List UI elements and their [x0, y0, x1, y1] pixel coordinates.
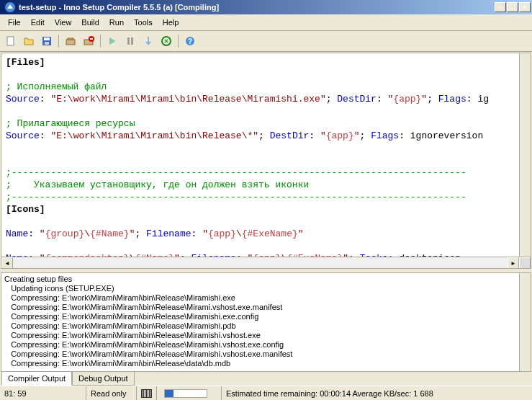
titlebar: test-setup - Inno Setup Compiler 5.5.5 (…: [0, 0, 532, 14]
tab-compiler-output[interactable]: Compiler Output: [1, 372, 72, 386]
tab-debug-output[interactable]: Debug Output: [72, 372, 135, 386]
svg-rect-9: [90, 38, 93, 40]
svg-rect-6: [68, 38, 73, 40]
scroll-corner: [519, 257, 531, 269]
menubar: File Edit View Build Run Tools Help: [0, 14, 532, 31]
new-button[interactable]: [3, 33, 19, 49]
toolbar-separator: [58, 35, 59, 48]
scroll-right-icon[interactable]: ►: [508, 257, 519, 269]
pause-button: [122, 33, 138, 49]
toolbar: ?: [0, 31, 532, 52]
status-keyboard-icon: [137, 386, 157, 400]
editor-content[interactable]: [Files] ; Исполняемый файл Source: "E:\w…: [1, 53, 531, 257]
stop-compile-button[interactable]: [81, 33, 96, 49]
status-time: Estimated time remaining: 00:00:14 Avera…: [222, 386, 532, 400]
menu-view[interactable]: View: [50, 16, 77, 29]
maximize-button[interactable]: ☐: [507, 2, 518, 12]
svg-rect-5: [66, 40, 75, 45]
menu-run[interactable]: Run: [104, 16, 129, 29]
svg-rect-11: [131, 37, 133, 45]
terminate-button[interactable]: [158, 33, 174, 49]
statusbar: 81: 59 Read only Estimated time remainin…: [0, 386, 532, 400]
status-progress: [157, 386, 222, 400]
menu-edit[interactable]: Edit: [26, 16, 50, 29]
app-icon: [4, 1, 16, 13]
save-button[interactable]: [39, 33, 55, 49]
output-vscrollbar[interactable]: [519, 273, 531, 371]
step-button: [140, 33, 156, 49]
scroll-left-icon[interactable]: ◄: [1, 257, 13, 269]
titlebar-text: test-setup - Inno Setup Compiler 5.5.5 (…: [19, 3, 495, 12]
status-readonly: Read only: [86, 386, 137, 400]
editor-hscrollbar[interactable]: ◄ ►: [1, 257, 531, 268]
output-tabs: Compiler Output Debug Output: [0, 372, 532, 386]
menu-tools[interactable]: Tools: [129, 16, 158, 29]
svg-rect-3: [44, 37, 50, 40]
toolbar-separator: [178, 35, 179, 48]
svg-text:?: ?: [188, 37, 192, 45]
menu-help[interactable]: Help: [158, 16, 184, 29]
help-button[interactable]: ?: [182, 33, 198, 49]
output-content: Creating setup files Updating icons (SET…: [1, 273, 531, 371]
menu-build[interactable]: Build: [76, 16, 104, 29]
svg-rect-4: [45, 42, 49, 45]
run-button: [104, 33, 120, 49]
toolbar-separator: [100, 35, 101, 48]
output-panel[interactable]: Creating setup files Updating icons (SET…: [1, 272, 531, 372]
status-cursor-pos: 81: 59: [0, 386, 86, 400]
compile-button[interactable]: [63, 33, 78, 49]
close-button[interactable]: ✕: [519, 2, 531, 12]
svg-rect-10: [127, 37, 130, 45]
code-editor[interactable]: [Files] ; Исполняемый файл Source: "E:\w…: [1, 53, 531, 269]
editor-vscrollbar[interactable]: [519, 53, 531, 257]
menu-file[interactable]: File: [3, 16, 26, 29]
open-button[interactable]: [21, 33, 37, 49]
minimize-button[interactable]: ─: [495, 2, 506, 12]
svg-rect-1: [7, 37, 14, 45]
